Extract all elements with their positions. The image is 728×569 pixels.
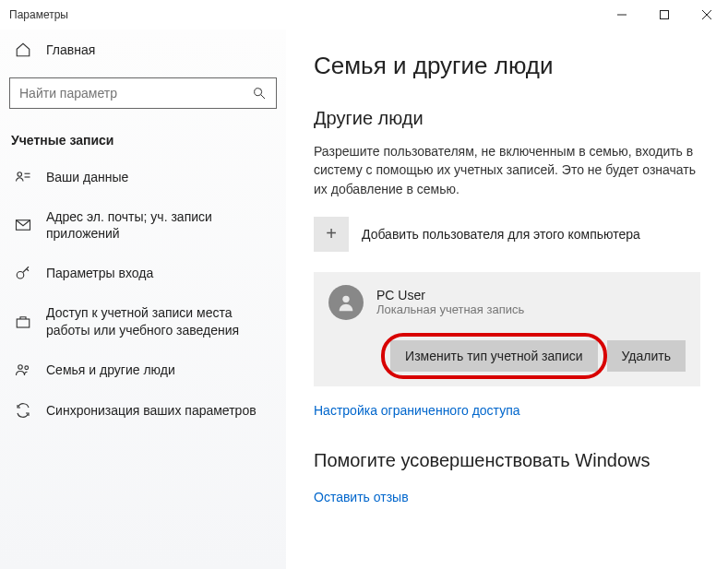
sidebar-item-your-info[interactable]: Ваши данные <box>0 157 286 197</box>
home-icon <box>15 41 31 58</box>
sidebar-item-email[interactable]: Адрес эл. почты; уч. записи приложений <box>0 197 286 253</box>
other-people-description: Разрешите пользователям, не включенным в… <box>314 142 700 198</box>
search-icon <box>252 86 267 101</box>
key-icon <box>15 265 31 281</box>
minimize-icon <box>617 10 627 19</box>
user-name: PC User <box>376 288 524 302</box>
other-people-heading: Другие люди <box>314 108 700 129</box>
user-type: Локальная учетная запись <box>376 302 524 316</box>
main-content: Семья и другие люди Другие люди Разрешит… <box>286 30 728 569</box>
sidebar-section-title: Учетные записи <box>0 116 286 157</box>
add-user-label: Добавить пользователя для этого компьюте… <box>362 227 640 242</box>
svg-point-12 <box>18 365 23 370</box>
sidebar-home[interactable]: Главная <box>0 30 286 70</box>
restricted-access-link[interactable]: Настройка ограниченного доступа <box>314 403 520 418</box>
avatar <box>328 285 364 320</box>
sidebar-item-label: Доступ к учетной записи места работы или… <box>46 304 277 338</box>
sidebar-item-label: Параметры входа <box>46 265 153 281</box>
sidebar: Главная Учетные записи Ваши данные Адрес… <box>0 30 286 569</box>
people-icon <box>15 362 31 378</box>
sidebar-item-family[interactable]: Семья и другие люди <box>0 350 286 390</box>
svg-point-13 <box>25 366 29 370</box>
person-icon <box>336 292 356 313</box>
mail-icon <box>15 217 31 233</box>
maximize-icon <box>660 10 669 19</box>
window-title: Параметры <box>9 8 68 21</box>
search-input-wrap[interactable] <box>9 77 277 109</box>
feedback-link[interactable]: Оставить отзыв <box>314 490 409 504</box>
title-bar: Параметры <box>0 0 728 30</box>
svg-rect-1 <box>661 11 669 19</box>
sidebar-item-signin-options[interactable]: Параметры входа <box>0 253 286 293</box>
user-card[interactable]: PC User Локальная учетная запись Изменит… <box>314 272 700 386</box>
sidebar-home-label: Главная <box>46 42 95 57</box>
briefcase-icon <box>15 314 31 330</box>
maximize-button[interactable] <box>643 0 686 30</box>
sidebar-item-label: Адрес эл. почты; уч. записи приложений <box>46 208 277 242</box>
svg-point-14 <box>342 296 349 302</box>
svg-point-6 <box>18 172 22 177</box>
close-icon <box>702 10 711 19</box>
sidebar-item-label: Семья и другие люди <box>46 362 175 378</box>
sidebar-item-label: Синхронизация ваших параметров <box>46 402 257 419</box>
search-input[interactable] <box>19 86 242 101</box>
sidebar-item-work-access[interactable]: Доступ к учетной записи места работы или… <box>0 293 286 349</box>
svg-point-10 <box>17 272 24 279</box>
page-title: Семья и другие люди <box>314 52 700 80</box>
minimize-button[interactable] <box>601 0 643 30</box>
add-user-button[interactable]: + Добавить пользователя для этого компью… <box>314 217 700 252</box>
sidebar-item-sync[interactable]: Синхронизация ваших параметров <box>0 390 286 431</box>
sync-icon <box>15 402 31 419</box>
svg-line-5 <box>261 95 265 99</box>
close-button[interactable] <box>686 0 728 30</box>
svg-rect-11 <box>17 319 30 327</box>
person-card-icon <box>15 169 31 185</box>
help-heading: Помогите усовершенствовать Windows <box>314 450 700 471</box>
plus-icon: + <box>314 217 349 252</box>
sidebar-item-label: Ваши данные <box>46 169 128 185</box>
svg-point-4 <box>255 89 262 96</box>
change-account-type-button[interactable]: Изменить тип учетной записи <box>390 340 597 372</box>
delete-user-button[interactable]: Удалить <box>607 340 686 372</box>
